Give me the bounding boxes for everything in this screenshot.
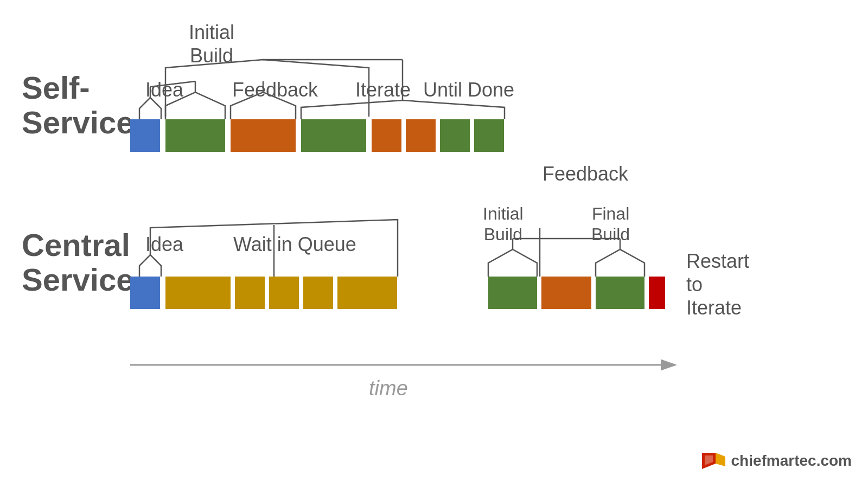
top-row-diagram xyxy=(130,54,521,163)
orange-block-3-top xyxy=(406,119,436,152)
self-service-label: Self- Service xyxy=(22,70,133,140)
red-block-bottom xyxy=(649,277,665,309)
time-arrow xyxy=(130,351,684,378)
green-block-bottom-2 xyxy=(596,277,644,309)
diagram-container: Self- Service Idea InitialBuild Feedback… xyxy=(0,0,868,488)
green-block-2-top xyxy=(301,119,366,152)
green-block-1-top xyxy=(165,119,225,152)
blue-block-bottom xyxy=(130,277,160,309)
logo-area: chiefmartec.com xyxy=(699,450,852,472)
green-block-bottom-1 xyxy=(488,277,537,309)
yellow-block-2 xyxy=(235,277,265,309)
chiefmartec-logo-icon xyxy=(699,450,726,472)
yellow-block-5 xyxy=(337,277,397,309)
green-block-3-top xyxy=(440,119,470,152)
chiefmartec-logo-text: chiefmartec.com xyxy=(731,452,852,470)
yellow-block-4 xyxy=(303,277,333,309)
yellow-block-3 xyxy=(269,277,299,309)
central-service-label: Central Service xyxy=(22,228,133,297)
orange-block-bottom-1 xyxy=(541,277,591,309)
green-block-4-top xyxy=(474,119,504,152)
feedback-label-bottom: Feedback xyxy=(542,163,628,185)
yellow-block-1 xyxy=(165,277,231,309)
svg-marker-20 xyxy=(716,453,725,466)
orange-block-1-top xyxy=(231,119,296,152)
time-label: time xyxy=(369,377,408,400)
restart-iterate-label: Restart to Iterate xyxy=(686,249,749,320)
orange-block-2-top xyxy=(372,119,401,152)
bottom-row-diagram xyxy=(130,211,684,331)
blue-block-top xyxy=(130,119,160,152)
svg-line-2 xyxy=(150,81,195,87)
